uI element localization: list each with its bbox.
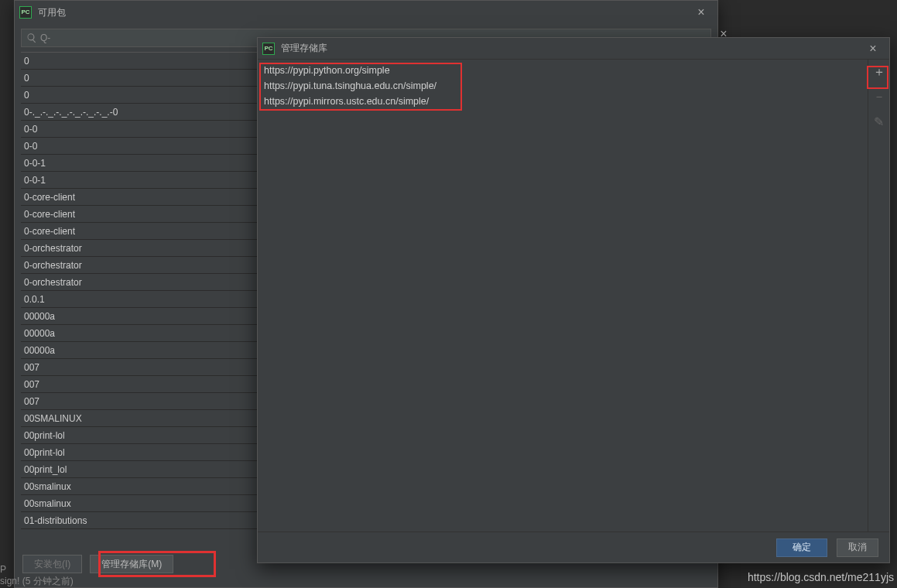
status-bar-fragment: P sign! (5 分钟之前) (0, 564, 74, 588)
repository-list[interactable]: https://pypi.python.org/simplehttps://py… (258, 60, 868, 532)
close-icon[interactable]: × (861, 37, 885, 60)
ok-button[interactable]: 确定 (776, 538, 827, 557)
repository-item[interactable]: https://pypi.tuna.tsinghua.edu.cn/simple… (262, 78, 863, 94)
edit-icon: ✎ (871, 114, 887, 129)
watermark-text: https://blog.csdn.net/me211yjs (748, 571, 894, 583)
search-placeholder: Q- (40, 32, 50, 43)
dialog-title-bar: PC 管理存储库 × (258, 38, 889, 60)
add-icon[interactable]: ＋ (871, 64, 887, 80)
cancel-button[interactable]: 取消 (837, 538, 878, 557)
manage-repositories-dialog: PC 管理存储库 × https://pypi.python.org/simpl… (257, 37, 890, 563)
dialog-title-bar: PC 可用包 × (15, 1, 717, 24)
manage-repositories-button[interactable]: 管理存储库(M) (90, 555, 173, 573)
pycharm-icon: PC (262, 43, 275, 55)
repository-item[interactable]: https://pypi.mirrors.ustc.edu.cn/simple/ (262, 94, 863, 109)
remove-icon: － (871, 89, 887, 104)
dialog-title: 可用包 (38, 6, 690, 19)
search-icon (26, 32, 37, 43)
dialog-title: 管理存储库 (281, 42, 861, 55)
repository-item[interactable]: https://pypi.python.org/simple (262, 63, 863, 78)
dialog-body: https://pypi.python.org/simplehttps://py… (258, 60, 889, 532)
close-icon[interactable]: × (690, 1, 713, 24)
dialog-footer: 确定 取消 (258, 532, 889, 562)
repository-toolbar: ＋ － ✎ (868, 60, 889, 532)
pycharm-icon: PC (19, 6, 32, 19)
